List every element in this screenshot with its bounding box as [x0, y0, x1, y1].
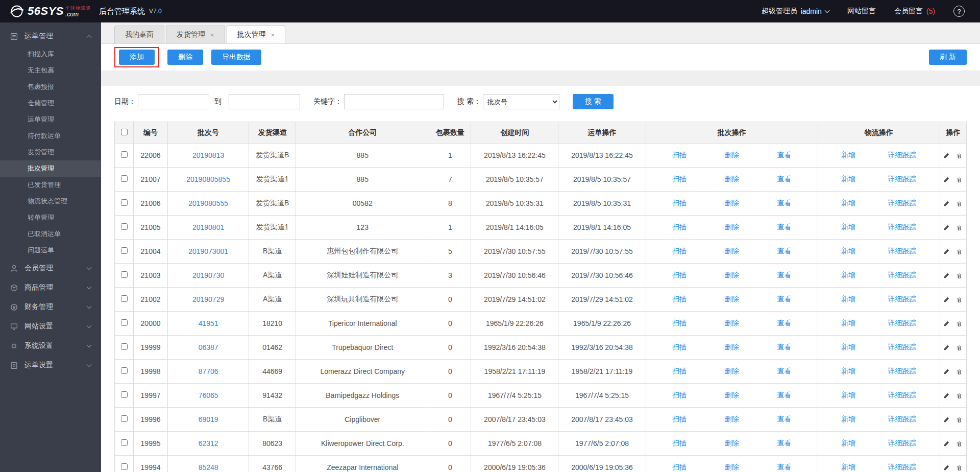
batch-number-link[interactable]: 85248 — [199, 463, 218, 471]
detail-tracking-link[interactable]: 详细跟踪 — [888, 463, 916, 472]
add-tracking-link[interactable]: 新增 — [841, 391, 855, 400]
add-tracking-link[interactable]: 新增 — [841, 271, 855, 280]
detail-tracking-link[interactable]: 详细跟踪 — [888, 343, 916, 352]
tab-close-icon[interactable]: × — [210, 31, 214, 39]
view-link[interactable]: 查看 — [777, 247, 791, 256]
delete-link[interactable]: 删除 — [725, 295, 739, 304]
tab-1[interactable]: 我的桌面 — [114, 26, 164, 43]
scan-link[interactable]: 扫描 — [672, 271, 687, 280]
row-checkbox[interactable] — [121, 439, 128, 446]
edit-icon[interactable] — [943, 416, 950, 423]
add-tracking-link[interactable]: 新增 — [841, 247, 855, 256]
sidebar-item[interactable]: 已取消运单 — [0, 226, 101, 242]
trash-icon[interactable] — [956, 224, 963, 231]
sidebar-item[interactable]: 待付款运单 — [0, 128, 101, 144]
date-to-input[interactable] — [229, 94, 300, 109]
add-tracking-link[interactable]: 新增 — [841, 199, 855, 208]
add-tracking-link[interactable]: 新增 — [841, 295, 855, 304]
row-checkbox[interactable] — [121, 295, 128, 302]
add-tracking-link[interactable]: 新增 — [841, 463, 855, 472]
delete-link[interactable]: 删除 — [725, 247, 739, 256]
row-checkbox[interactable] — [121, 463, 128, 470]
detail-tracking-link[interactable]: 详细跟踪 — [888, 391, 916, 400]
view-link[interactable]: 查看 — [777, 367, 791, 376]
sidebar-item[interactable]: 运单管理 — [0, 111, 101, 128]
detail-tracking-link[interactable]: 详细跟踪 — [888, 271, 916, 280]
row-checkbox[interactable] — [121, 271, 128, 278]
help-icon[interactable]: ? — [953, 6, 965, 17]
batch-number-link[interactable]: 06387 — [199, 343, 218, 351]
sidebar-section[interactable]: 商品管理 — [0, 278, 101, 297]
select-all-checkbox[interactable] — [121, 129, 128, 135]
sidebar-item[interactable]: 扫描入库 — [0, 46, 101, 62]
batch-number-link[interactable]: 76065 — [199, 391, 218, 399]
row-checkbox[interactable] — [121, 247, 128, 254]
add-tracking-link[interactable]: 新增 — [841, 319, 855, 328]
view-link[interactable]: 查看 — [777, 151, 791, 160]
add-tracking-link[interactable]: 新增 — [841, 151, 855, 160]
view-link[interactable]: 查看 — [777, 391, 791, 400]
view-link[interactable]: 查看 — [777, 175, 791, 184]
keyword-input[interactable] — [344, 94, 444, 109]
row-checkbox[interactable] — [121, 151, 128, 158]
view-link[interactable]: 查看 — [777, 199, 791, 208]
delete-button[interactable]: 删除 — [167, 50, 203, 65]
delete-link[interactable]: 删除 — [725, 415, 739, 424]
scan-link[interactable]: 扫描 — [672, 391, 687, 400]
row-checkbox[interactable] — [121, 367, 128, 374]
trash-icon[interactable] — [956, 296, 963, 303]
row-checkbox[interactable] — [121, 223, 128, 230]
row-checkbox[interactable] — [121, 319, 128, 326]
detail-tracking-link[interactable]: 详细跟踪 — [888, 439, 916, 448]
add-tracking-link[interactable]: 新增 — [841, 223, 855, 232]
row-checkbox[interactable] — [121, 343, 128, 350]
add-tracking-link[interactable]: 新增 — [841, 367, 855, 376]
sidebar-section[interactable]: 网站设置 — [0, 317, 101, 336]
tab-close-icon[interactable]: × — [271, 31, 275, 39]
sidebar-item[interactable]: 包裹预报 — [0, 79, 101, 95]
sidebar-item[interactable]: 已发货管理 — [0, 177, 101, 193]
trash-icon[interactable] — [956, 176, 963, 183]
view-link[interactable]: 查看 — [777, 415, 791, 424]
batch-number-link[interactable]: 20190729 — [192, 295, 224, 303]
view-link[interactable]: 查看 — [777, 295, 791, 304]
delete-link[interactable]: 删除 — [725, 223, 739, 232]
detail-tracking-link[interactable]: 详细跟踪 — [888, 199, 916, 208]
date-from-input[interactable] — [138, 94, 209, 109]
delete-link[interactable]: 删除 — [725, 319, 739, 328]
scan-link[interactable]: 扫描 — [672, 199, 687, 208]
member-messages-link[interactable]: 会员留言 (5) — [894, 7, 935, 16]
trash-icon[interactable] — [956, 152, 963, 159]
scan-link[interactable]: 扫描 — [672, 319, 687, 328]
sidebar-item[interactable]: 物流状态管理 — [0, 193, 101, 209]
scan-link[interactable]: 扫描 — [672, 295, 687, 304]
trash-icon[interactable] — [956, 440, 963, 447]
trash-icon[interactable] — [956, 320, 963, 327]
trash-icon[interactable] — [956, 200, 963, 207]
batch-number-link[interactable]: 62312 — [199, 439, 218, 447]
batch-number-link[interactable]: 20190813 — [192, 151, 224, 159]
edit-icon[interactable] — [943, 440, 950, 447]
edit-icon[interactable] — [943, 392, 950, 399]
detail-tracking-link[interactable]: 详细跟踪 — [888, 295, 916, 304]
add-tracking-link[interactable]: 新增 — [841, 439, 855, 448]
detail-tracking-link[interactable]: 详细跟踪 — [888, 223, 916, 232]
edit-icon[interactable] — [943, 464, 950, 471]
trash-icon[interactable] — [956, 464, 963, 471]
batch-number-link[interactable]: 69019 — [199, 415, 218, 423]
edit-icon[interactable] — [943, 368, 950, 375]
delete-link[interactable]: 删除 — [725, 343, 739, 352]
edit-icon[interactable] — [943, 272, 950, 279]
sidebar-section[interactable]: 会员管理 — [0, 258, 101, 278]
edit-icon[interactable] — [943, 224, 950, 231]
scan-link[interactable]: 扫描 — [672, 223, 687, 232]
trash-icon[interactable] — [956, 416, 963, 423]
add-tracking-link[interactable]: 新增 — [841, 343, 855, 352]
delete-link[interactable]: 删除 — [725, 439, 739, 448]
scan-link[interactable]: 扫描 — [672, 367, 687, 376]
sidebar-item[interactable]: 批次管理 — [0, 160, 101, 177]
view-link[interactable]: 查看 — [777, 463, 791, 472]
edit-icon[interactable] — [943, 296, 950, 303]
delete-link[interactable]: 删除 — [725, 199, 739, 208]
trash-icon[interactable] — [956, 344, 963, 351]
